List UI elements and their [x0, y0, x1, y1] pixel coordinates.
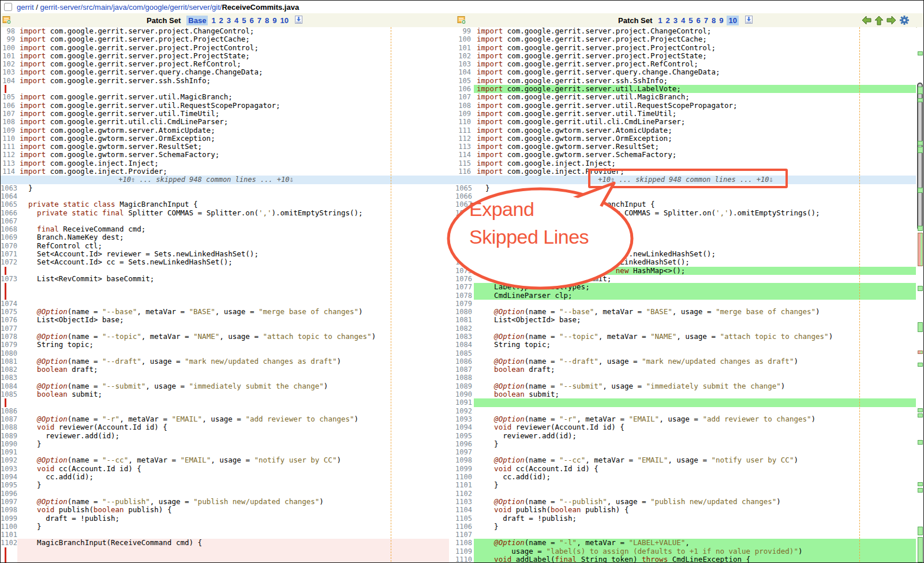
line-number-right[interactable]: 109	[455, 110, 474, 118]
line-number-left[interactable]	[1, 547, 17, 555]
line-number-left[interactable]: 1094	[1, 473, 17, 481]
line-number-right[interactable]: 1101	[455, 481, 474, 489]
line-number-left[interactable]: 1088	[1, 423, 17, 431]
patchset-link[interactable]: 6	[250, 16, 254, 25]
line-number-left[interactable]: 1083	[1, 374, 17, 382]
breadcrumb-path-link[interactable]: gerrit-server/src/main/java/com/google/g…	[40, 3, 222, 12]
patchset-link[interactable]: 5	[689, 16, 693, 25]
line-number-right[interactable]: 113	[455, 143, 474, 151]
line-number-left[interactable]: 1091	[1, 448, 17, 456]
patchset-link[interactable]: 7	[704, 16, 708, 25]
line-number-left[interactable]: 1085	[1, 390, 17, 398]
line-number-right[interactable]: 1094	[455, 423, 474, 431]
line-number-right[interactable]: 100	[455, 35, 474, 43]
line-number-left[interactable]: 105	[1, 93, 17, 101]
line-number-right[interactable]: 1085	[455, 349, 474, 357]
line-number-left[interactable]	[1, 292, 17, 300]
line-number-left[interactable]: 1068	[1, 225, 17, 233]
line-number-right[interactable]: 1089	[455, 382, 474, 390]
up-to-change-arrow-icon[interactable]	[874, 16, 884, 25]
line-number-right[interactable]: 106	[455, 85, 474, 93]
line-number-left[interactable]: 1090	[1, 440, 17, 448]
line-number-right[interactable]: 101	[455, 44, 474, 52]
line-number-right[interactable]: 104	[455, 68, 474, 76]
line-number-left[interactable]: 1089	[1, 432, 17, 440]
line-number-right[interactable]: 1090	[455, 390, 474, 398]
line-number-left[interactable]: 1100	[1, 523, 17, 531]
patchset-link[interactable]: 10	[280, 16, 288, 25]
line-number-left[interactable]: 1086	[1, 407, 17, 415]
line-number-left[interactable]: 110	[1, 135, 17, 143]
patchset-link[interactable]: 8	[265, 16, 269, 25]
line-number-right[interactable]: 1107	[455, 531, 474, 539]
line-number-right[interactable]: 102	[455, 52, 474, 60]
line-number-right[interactable]: 1108	[455, 539, 474, 547]
line-number-left[interactable]: 1096	[1, 490, 17, 498]
line-number-left[interactable]: 1093	[1, 465, 17, 473]
line-number-left[interactable]: 114	[1, 167, 17, 176]
line-number-left[interactable]: 1081	[1, 357, 17, 366]
line-number-right[interactable]: 1091	[455, 398, 474, 407]
line-number-left[interactable]: 1073	[1, 275, 17, 283]
line-number-left[interactable]: 1074	[1, 300, 17, 308]
breadcrumb-project-link[interactable]: gerrit	[17, 3, 34, 12]
line-number-left[interactable]: 1082	[1, 366, 17, 374]
patchset-link[interactable]: 9	[719, 16, 723, 25]
patchset-link[interactable]: 2	[219, 16, 223, 25]
line-number-left[interactable]: 1076	[1, 316, 17, 324]
line-number-right[interactable]: 1095	[455, 432, 474, 440]
line-number-left[interactable]: 1064	[1, 192, 17, 200]
line-number-left[interactable]: 1066	[1, 209, 17, 217]
line-number-left[interactable]: 111	[1, 143, 17, 151]
line-number-left[interactable]: 103	[1, 68, 17, 76]
line-number-right[interactable]: 1096	[455, 440, 474, 448]
patchset-link[interactable]: 2	[666, 16, 670, 25]
settings-gear-icon[interactable]	[899, 15, 910, 25]
line-number-left[interactable]: 1063	[1, 184, 17, 192]
patchset-link[interactable]: 4	[234, 16, 238, 25]
line-number-left[interactable]: 1077	[1, 325, 17, 333]
line-number-right[interactable]: 1105	[455, 514, 474, 523]
line-number-right[interactable]: 108	[455, 102, 474, 110]
line-number-left[interactable]: 1080	[1, 349, 17, 357]
line-number-right[interactable]: 1088	[455, 374, 474, 382]
line-number-left[interactable]: 98	[1, 27, 17, 35]
line-number-right[interactable]: 1086	[455, 357, 474, 366]
line-number-right[interactable]: 114	[455, 151, 474, 159]
line-number-left[interactable]: 102	[1, 60, 17, 68]
patchset-link[interactable]: 1	[658, 16, 662, 25]
patchset-link[interactable]: 8	[712, 16, 716, 25]
line-number-left[interactable]: 99	[1, 35, 17, 43]
line-number-left[interactable]: 113	[1, 159, 17, 167]
patchset-link[interactable]: 7	[257, 16, 261, 25]
line-number-right[interactable]: 112	[455, 135, 474, 143]
next-file-arrow-icon[interactable]	[886, 16, 896, 25]
line-number-left[interactable]: 1087	[1, 415, 17, 423]
line-number-left[interactable]: 1070	[1, 242, 17, 250]
line-number-right[interactable]: 1084	[455, 341, 474, 349]
line-number-right[interactable]: 110	[455, 118, 474, 126]
line-number-right[interactable]: 1083	[455, 333, 474, 341]
line-number-right[interactable]: 1104	[455, 506, 474, 514]
line-number-right[interactable]: 1098	[455, 456, 474, 464]
patchset-link[interactable]: 3	[674, 16, 678, 25]
prev-file-arrow-icon[interactable]	[862, 16, 871, 25]
line-number-left[interactable]	[1, 85, 17, 93]
line-number-right[interactable]: 1092	[455, 407, 474, 415]
line-number-right[interactable]: 1097	[455, 448, 474, 456]
line-number-right[interactable]: 1103	[455, 498, 474, 506]
line-number-left[interactable]: 109	[1, 126, 17, 135]
line-number-right[interactable]: 1079	[455, 300, 474, 308]
line-number-left[interactable]	[1, 283, 17, 291]
line-number-right[interactable]: 1082	[455, 325, 474, 333]
line-number-left[interactable]: 1099	[1, 514, 17, 523]
line-number-right[interactable]: 1106	[455, 523, 474, 531]
line-number-right[interactable]: 111	[455, 126, 474, 135]
patchset-selected[interactable]: Base	[186, 16, 208, 25]
line-number-left[interactable]: 100	[1, 44, 17, 52]
patchset-link[interactable]: 5	[242, 16, 246, 25]
patchset-link[interactable]: 9	[272, 16, 276, 25]
line-number-right[interactable]: 1081	[455, 316, 474, 324]
line-number-left[interactable]: 1098	[1, 506, 17, 514]
line-number-right[interactable]: 1102	[455, 490, 474, 498]
